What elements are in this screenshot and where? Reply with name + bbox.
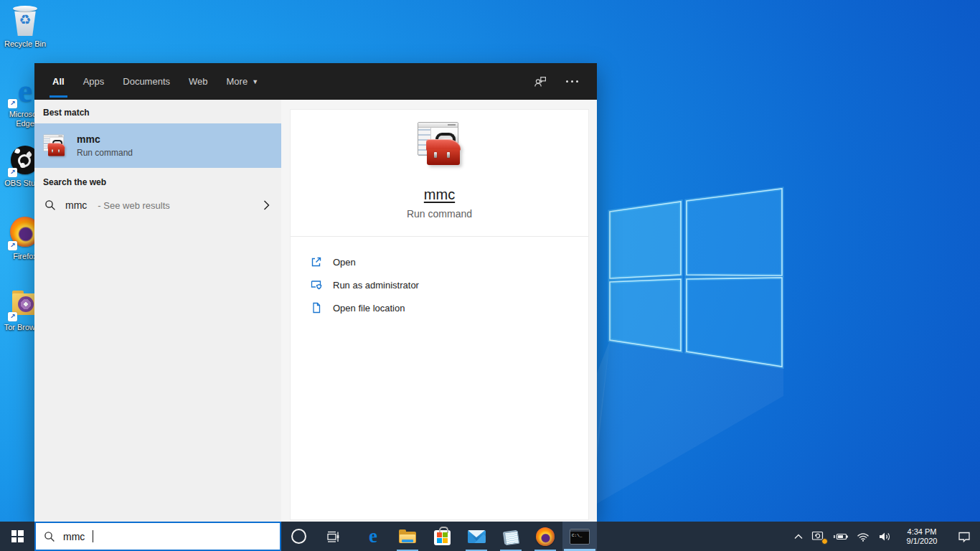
mmc-toolbox-icon xyxy=(43,134,66,157)
best-match-label: Best match xyxy=(43,108,273,118)
result-subtitle: Run command xyxy=(77,148,133,158)
recycle-bin-icon: ♻ xyxy=(9,4,42,37)
battery-tray-button[interactable] xyxy=(829,522,852,551)
file-location-icon xyxy=(310,301,323,314)
status-dot xyxy=(821,538,828,545)
feedback-user-icon[interactable] xyxy=(532,74,548,90)
search-results-column: Best match mmc Run command Search xyxy=(34,100,281,522)
action-run-as-administrator[interactable]: Run as administrator xyxy=(310,273,588,296)
search-input-value: mmc xyxy=(63,531,85,542)
tab-documents[interactable]: Documents xyxy=(113,63,179,100)
taskbar: mmc e xyxy=(0,522,980,551)
more-options-ellipsis-icon[interactable] xyxy=(564,74,580,90)
chevron-right-icon[interactable] xyxy=(263,199,270,214)
shortcut-arrow-icon: ↗ xyxy=(8,168,17,177)
tab-web[interactable]: Web xyxy=(179,63,217,100)
taskbar-firefox-button[interactable] xyxy=(528,522,562,551)
edge-icon: e xyxy=(369,527,377,546)
windows-logo-icon xyxy=(11,530,24,542)
text-cursor xyxy=(93,530,93,542)
start-button[interactable] xyxy=(0,522,34,551)
desktop-icon-label: Recycle Bin xyxy=(1,39,49,49)
taskbar-edge-button[interactable]: e xyxy=(356,522,390,551)
result-detail-card: mmc Run command Open xyxy=(290,109,589,520)
hidden-icons-button[interactable] xyxy=(789,522,808,551)
chevron-down-icon: ▼ xyxy=(252,78,258,85)
taskbar-mail-button[interactable] xyxy=(459,522,494,551)
search-filter-bar: All Apps Documents Web More ▼ xyxy=(34,63,597,100)
desktop-icon-recycle-bin[interactable]: ♻ Recycle Bin xyxy=(1,4,49,49)
action-center-button[interactable] xyxy=(948,522,980,551)
taskbar-store-button[interactable] xyxy=(425,522,459,551)
volume-tray-button[interactable] xyxy=(874,522,895,551)
system-tray: 4:34 PM 9/1/2020 xyxy=(789,522,980,551)
tab-apps[interactable]: Apps xyxy=(74,63,114,100)
chevron-up-icon xyxy=(793,532,804,542)
taskbar-notepad-button[interactable] xyxy=(494,522,528,551)
open-external-icon xyxy=(310,255,323,268)
volume-icon xyxy=(877,531,892,542)
notepad-icon xyxy=(502,529,519,545)
web-query-suffix: - See web results xyxy=(98,200,169,211)
search-the-web-label: Search the web xyxy=(43,177,273,187)
taskbar-command-prompt-button[interactable]: C:\_ xyxy=(562,522,597,551)
start-search-panel: All Apps Documents Web More ▼ xyxy=(34,63,597,522)
result-detail-area: mmc Run command Open xyxy=(281,100,597,522)
search-icon xyxy=(44,199,56,211)
mail-icon xyxy=(468,530,486,543)
action-open[interactable]: Open xyxy=(310,250,588,273)
clock-date: 9/1/2020 xyxy=(898,537,946,546)
action-center-icon xyxy=(957,530,971,543)
action-open-file-location[interactable]: Open file location xyxy=(310,296,588,319)
taskbar-search-box[interactable]: mmc xyxy=(34,522,281,551)
result-title: mmc xyxy=(77,133,133,145)
shortcut-arrow-icon: ↗ xyxy=(8,241,17,250)
tab-all[interactable]: All xyxy=(43,63,74,100)
cortana-button[interactable] xyxy=(281,522,316,551)
web-search-result[interactable]: mmc - See web results xyxy=(34,193,281,217)
tab-more[interactable]: More ▼ xyxy=(217,63,268,100)
clock-time: 4:34 PM xyxy=(898,527,946,537)
command-prompt-icon: C:\_ xyxy=(570,529,590,545)
mmc-toolbox-icon xyxy=(417,121,463,167)
best-match-result-mmc[interactable]: mmc Run command xyxy=(34,123,281,168)
shortcut-arrow-icon: ↗ xyxy=(8,312,17,321)
task-view-button[interactable] xyxy=(316,522,350,551)
file-explorer-icon xyxy=(399,529,416,544)
display-status-tray-button[interactable] xyxy=(808,522,829,551)
detail-title: mmc xyxy=(291,187,588,203)
firefox-icon xyxy=(536,527,555,546)
task-view-icon xyxy=(326,529,340,544)
web-query: mmc xyxy=(65,199,87,211)
taskbar-clock[interactable]: 4:34 PM 9/1/2020 xyxy=(895,527,948,546)
network-tray-button[interactable] xyxy=(852,522,874,551)
shortcut-arrow-icon: ↗ xyxy=(8,99,17,108)
search-icon xyxy=(44,531,55,542)
cortana-icon xyxy=(291,529,306,544)
detail-subtitle: Run command xyxy=(291,208,588,220)
microsoft-store-icon xyxy=(434,530,451,545)
admin-shield-icon xyxy=(310,278,323,291)
wifi-icon xyxy=(856,531,870,542)
taskbar-file-explorer-button[interactable] xyxy=(390,522,425,551)
battery-charging-icon xyxy=(833,531,849,542)
